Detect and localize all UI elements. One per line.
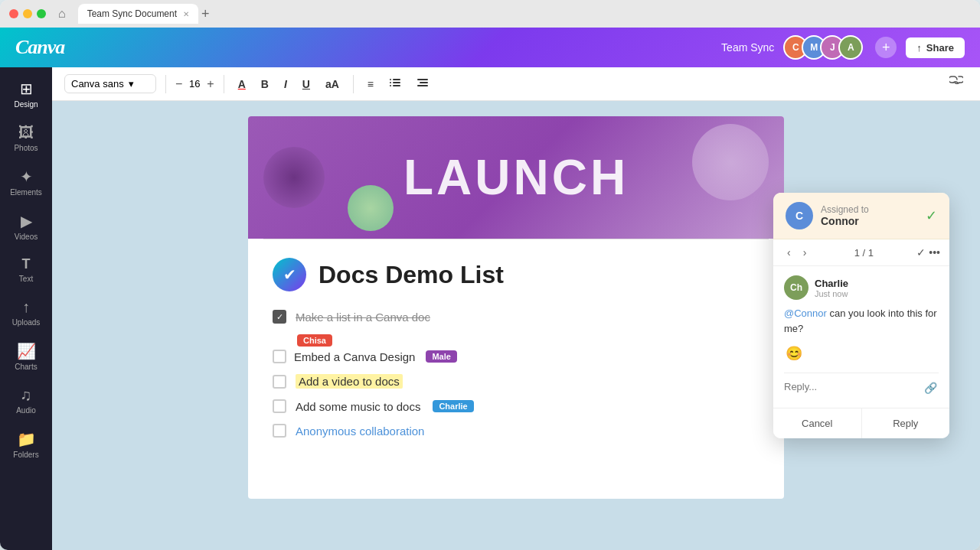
- text-icon: T: [22, 256, 31, 272]
- chevron-down-icon: ▾: [129, 78, 134, 89]
- photos-icon: 🖼: [18, 124, 34, 142]
- more-options-button[interactable]: •••: [929, 246, 940, 259]
- assigned-banner: C Assigned to Connor ✓: [773, 193, 949, 239]
- formatting-toolbar: Canva sans ▾ − 16 + A B I U aA ≡: [52, 67, 980, 101]
- text-color-button[interactable]: A: [234, 75, 250, 93]
- minimize-dot[interactable]: [23, 9, 32, 18]
- share-icon: ↑: [916, 42, 922, 54]
- sidebar: ⊞ Design 🖼 Photos ✦ Elements ▶ Videos T …: [0, 67, 52, 550]
- sidebar-item-text[interactable]: T Text: [4, 250, 48, 289]
- comment-action-row: Cancel Reply: [773, 408, 949, 438]
- document: LAUNCH ✔ Docs Demo List ✓: [248, 116, 784, 499]
- cancel-button[interactable]: Cancel: [773, 408, 861, 438]
- svg-rect-0: [390, 79, 391, 80]
- font-family-selector[interactable]: Canva sans ▾: [64, 74, 156, 93]
- checkbox-3[interactable]: [273, 375, 286, 389]
- list-item: ✓ Make a list in a Canva doc: [273, 310, 760, 324]
- link-button[interactable]: [945, 73, 968, 95]
- sidebar-item-videos[interactable]: ▶ Videos: [4, 206, 48, 247]
- home-icon[interactable]: ⌂: [58, 7, 66, 21]
- svg-rect-8: [417, 85, 428, 86]
- font-size-decrease-button[interactable]: −: [175, 77, 182, 91]
- attach-icon[interactable]: 🔗: [924, 382, 937, 394]
- sidebar-item-audio[interactable]: ♫ Audio: [4, 380, 48, 421]
- sidebar-item-design[interactable]: ⊞ Design: [4, 73, 48, 115]
- sidebar-item-folders[interactable]: 📁 Folders: [4, 424, 48, 465]
- reply-button[interactable]: Reply: [862, 408, 950, 438]
- main-area: ⊞ Design 🖼 Photos ✦ Elements ▶ Videos T …: [0, 67, 980, 550]
- font-size-increase-button[interactable]: +: [207, 77, 214, 91]
- check-label-3: Add a video to docs: [296, 374, 403, 389]
- bullet-icon: [389, 76, 401, 89]
- align-left-button[interactable]: ≡: [363, 75, 378, 93]
- checkbox-1[interactable]: ✓: [273, 310, 286, 324]
- collaborator-avatars: C M J A: [783, 35, 863, 60]
- check-label-2: Embed a Canva Design: [294, 350, 415, 363]
- sidebar-item-photos[interactable]: 🖼 Photos: [4, 118, 48, 158]
- bullet-list-button[interactable]: [384, 73, 406, 94]
- reply-area: 🔗: [773, 373, 949, 408]
- underline-button[interactable]: U: [298, 75, 315, 93]
- bold-button[interactable]: B: [256, 75, 273, 93]
- next-comment-button[interactable]: ›: [799, 244, 812, 261]
- banner-text: LAUNCH: [403, 149, 629, 206]
- videos-icon: ▶: [21, 212, 32, 230]
- sidebar-item-charts[interactable]: 📈 Charts: [4, 336, 48, 377]
- assigned-label: Assigned to: [821, 204, 918, 215]
- assigned-name: Connor: [821, 215, 918, 227]
- doc-banner: LAUNCH: [248, 116, 784, 239]
- resolve-check-icon[interactable]: ✓: [916, 246, 926, 259]
- assigned-info: Assigned to Connor: [821, 204, 918, 227]
- avatar-4: A: [838, 35, 863, 60]
- sidebar-item-uploads[interactable]: ↑ Uploads: [4, 292, 48, 333]
- prev-comment-button[interactable]: ‹: [782, 244, 795, 261]
- commenter-row: Ch Charlie Just now: [784, 275, 939, 300]
- add-collaborator-button[interactable]: +: [875, 37, 897, 58]
- svg-rect-7: [420, 82, 428, 83]
- banner-decor-3: [692, 124, 769, 200]
- checkbox-2[interactable]: [273, 350, 286, 363]
- text-size-button[interactable]: aA: [321, 75, 344, 93]
- maximize-dot[interactable]: [37, 9, 46, 18]
- active-tab[interactable]: Team Sync Document ✕: [78, 4, 198, 24]
- tab-close-icon[interactable]: ✕: [183, 10, 189, 18]
- elements-icon: ✦: [20, 168, 33, 186]
- checkbox-4[interactable]: [273, 399, 286, 413]
- svg-rect-3: [393, 82, 400, 83]
- canva-logo: Canva: [15, 36, 64, 59]
- doc-title: Docs Demo List: [318, 261, 504, 289]
- check-label-1: Make a list in a Canva doc: [296, 311, 430, 324]
- sidebar-item-elements[interactable]: ✦ Elements: [4, 161, 48, 203]
- window-controls: [9, 9, 46, 18]
- assigned-avatar: C: [786, 202, 813, 229]
- list-item: Add some music to docs Charlie: [273, 399, 760, 413]
- audio-icon: ♫: [21, 386, 32, 404]
- italic-button[interactable]: I: [279, 75, 292, 93]
- share-button[interactable]: ↑ Share: [906, 37, 965, 58]
- new-tab-button[interactable]: +: [201, 6, 210, 22]
- doc-content: ✔ Docs Demo List ✓ Make a list in a Canv…: [248, 239, 784, 456]
- emoji-reaction-button[interactable]: 😊: [784, 343, 804, 363]
- toolbar-divider-3: [353, 75, 354, 93]
- user-badge-male: Male: [426, 350, 456, 363]
- assigned-check-icon[interactable]: ✓: [926, 207, 937, 224]
- font-name-label: Canva sans: [71, 78, 124, 89]
- doc-title-row: ✔ Docs Demo List: [273, 258, 760, 291]
- font-size-control: − 16 +: [175, 77, 214, 91]
- design-icon: ⊞: [20, 80, 33, 98]
- close-dot[interactable]: [9, 9, 18, 18]
- list-item: Anonymous collaboration: [273, 424, 760, 438]
- tab-bar: Team Sync Document ✕ +: [78, 4, 971, 24]
- comment-popup: C Assigned to Connor ✓ ‹ › 1 / 1 ✓ •••: [773, 193, 949, 438]
- svg-rect-2: [390, 82, 391, 83]
- comment-count: 1 / 1: [814, 247, 913, 259]
- folders-icon: 📁: [17, 430, 36, 448]
- team-label: Team Sync: [721, 41, 774, 54]
- charts-icon: 📈: [17, 342, 36, 360]
- indent-button[interactable]: [412, 73, 433, 94]
- svg-rect-1: [393, 79, 400, 80]
- banner-decor-2: [348, 185, 394, 231]
- checkbox-5[interactable]: [273, 424, 286, 438]
- comment-timestamp: Just now: [815, 289, 848, 298]
- reply-input[interactable]: [784, 373, 939, 400]
